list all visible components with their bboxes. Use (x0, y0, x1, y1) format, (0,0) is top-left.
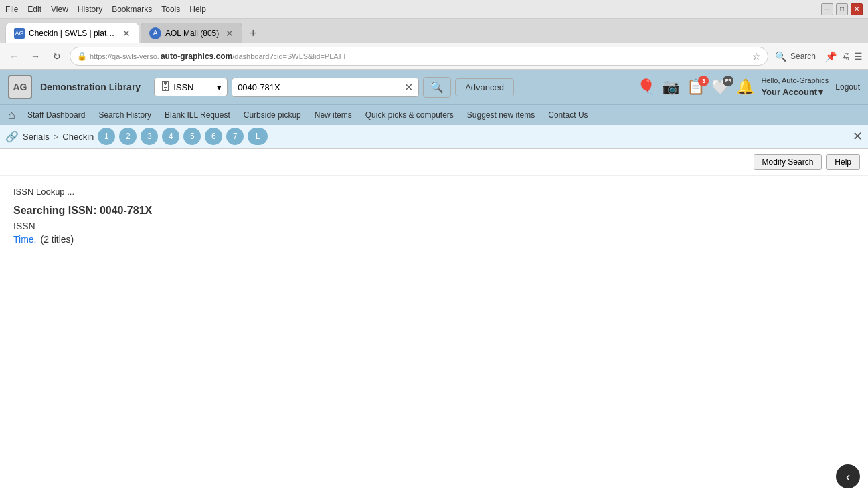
close-button[interactable]: ✕ (851, 3, 863, 15)
back-arrow-button[interactable]: ‹ (836, 464, 860, 488)
search-type-dropdown[interactable]: 🗄 ISSN ▾ (154, 78, 228, 96)
breadcrumb-serials[interactable]: Serials (23, 132, 50, 142)
result-type-label: ISSN (13, 221, 855, 231)
bell-icon-wrapper: 🔔 (736, 78, 754, 96)
page-button-1[interactable]: 1 (98, 128, 115, 145)
menu-help[interactable]: Help (189, 5, 206, 14)
search-input[interactable] (238, 82, 402, 92)
header-icons: 🎈 📷 📋 3 🤍 F9 🔔 Hello, Auto-Graphics Your… (637, 76, 860, 98)
close-panel-button[interactable]: ✕ (853, 129, 863, 144)
window-controls[interactable]: ─ □ ✕ (821, 3, 863, 15)
url-prefix: https://qa-swls-verso. (90, 52, 159, 60)
reload-button[interactable]: ↻ (48, 47, 66, 65)
dropdown-chevron-icon: ▾ (217, 82, 222, 92)
bookmark-star-icon[interactable]: ☆ (752, 51, 761, 62)
tab-checkin[interactable]: AG Checkin | SWLS | platt | Auto-Gr... ✕ (5, 23, 139, 43)
url-domain: auto-graphics.com (161, 52, 232, 61)
search-field-placeholder: Search (790, 52, 816, 61)
security-icon: 🔒 (77, 52, 87, 61)
logout-button[interactable]: Logout (835, 82, 860, 92)
new-tab-button[interactable]: + (244, 24, 262, 43)
nav-search-history[interactable]: Search History (92, 108, 158, 122)
menu-icon[interactable]: ☰ (854, 51, 863, 62)
url-path: /dashboard?cid=SWLS&lid=PLATT (232, 52, 347, 60)
nav-curbside[interactable]: Curbside pickup (237, 108, 308, 122)
breadcrumb-checkin[interactable]: Checkin (62, 132, 94, 142)
account-label: Your Account (761, 86, 817, 98)
minimize-button[interactable]: ─ (821, 3, 833, 15)
nav-contact[interactable]: Contact Us (541, 108, 594, 122)
search-bar: 🗄 ISSN ▾ ✕ 🔍 Advanced (154, 77, 629, 98)
clear-search-button[interactable]: ✕ (404, 81, 413, 94)
tab-aolmail[interactable]: A AOL Mail (805) ✕ (141, 23, 242, 43)
maximize-button[interactable]: □ (836, 3, 848, 15)
camera-icon-wrapper: 📷 (662, 78, 680, 96)
camera-icon[interactable]: 📷 (662, 78, 680, 95)
lookup-status: ISSN Lookup ... (13, 187, 855, 197)
menu-view[interactable]: View (51, 5, 68, 14)
modify-search-button[interactable]: Modify Search (754, 154, 822, 170)
search-type-label: ISSN (173, 82, 193, 92)
menu-tools[interactable]: Tools (161, 5, 180, 14)
nav-bar: ⌂ Staff Dashboard Search History Blank I… (0, 104, 868, 125)
menu-edit[interactable]: Edit (27, 5, 41, 14)
page-button-5[interactable]: 5 (183, 128, 201, 145)
user-area: Hello, Auto-Graphics Your Account ▾ (761, 76, 829, 98)
page-button-l[interactable]: L (248, 128, 268, 145)
menu-bookmarks[interactable]: Bookmarks (112, 5, 152, 14)
result-link[interactable]: Time. (13, 234, 36, 245)
menu-history[interactable]: History (78, 5, 102, 14)
advanced-button[interactable]: Advanced (455, 78, 514, 96)
list-badge: 3 (698, 76, 709, 86)
list-icon-wrapper: 📋 3 (687, 78, 705, 96)
tab-label-checkin: Checkin | SWLS | platt | Auto-Gr... (29, 29, 116, 38)
tab-close-aolmail[interactable]: ✕ (226, 28, 234, 39)
page-button-4[interactable]: 4 (162, 128, 179, 145)
nav-staff-dashboard[interactable]: Staff Dashboard (21, 108, 92, 122)
heart-icon-wrapper: 🤍 F9 (711, 78, 729, 96)
result-count: (2 titles) (40, 234, 74, 245)
menu-file[interactable]: File (5, 5, 18, 14)
forward-nav-button[interactable]: → (27, 47, 44, 65)
search-field-icon[interactable]: 🔍 (775, 51, 786, 62)
breadcrumb-row: 🔗 Serials > Checkin 1 2 3 4 5 6 7 L ✕ (0, 125, 868, 149)
browser-titlebar: File Edit View History Bookmarks Tools H… (0, 0, 868, 19)
nav-quick-picks[interactable]: Quick picks & computers (359, 108, 460, 122)
search-button[interactable]: 🔍 (423, 77, 451, 98)
tab-icon-aolmail: A (149, 27, 161, 39)
page-button-6[interactable]: 6 (205, 128, 222, 145)
page-button-7[interactable]: 7 (226, 128, 244, 145)
tab-bar: AG Checkin | SWLS | platt | Auto-Gr... ✕… (0, 19, 868, 43)
home-button[interactable]: ⌂ (8, 108, 15, 122)
back-nav-button[interactable]: ← (5, 47, 23, 65)
nav-new-items[interactable]: New items (308, 108, 359, 122)
db-icon: 🗄 (160, 81, 171, 93)
print-icon[interactable]: 🖨 (841, 51, 850, 62)
app-header: AG Demonstration Library 🗄 ISSN ▾ ✕ 🔍 Ad… (0, 70, 868, 104)
tab-label-aolmail: AOL Mail (805) (165, 29, 219, 38)
url-bar[interactable]: 🔒 https://qa-swls-verso. auto-graphics.c… (70, 47, 768, 66)
account-chevron-icon: ▾ (818, 86, 823, 98)
page-button-3[interactable]: 3 (141, 128, 158, 145)
breadcrumb-icon: 🔗 (5, 130, 19, 143)
tab-icon-checkin: AG (14, 28, 25, 39)
pocket-icon[interactable]: 📌 (825, 51, 837, 62)
search-heading: Searching ISSN: 0040-781X (13, 205, 855, 217)
hello-text: Hello, Auto-Graphics (761, 76, 829, 86)
bell-icon[interactable]: 🔔 (736, 78, 754, 95)
result-row: Time. (2 titles) (13, 234, 855, 245)
breadcrumb-separator: > (54, 132, 59, 142)
library-name: Demonstration Library (40, 82, 141, 92)
f9-badge: F9 (723, 76, 733, 86)
toolbar-row: Modify Search Help (0, 149, 868, 176)
nav-blank-ill[interactable]: Blank ILL Request (158, 108, 237, 122)
nav-suggest[interactable]: Suggest new items (460, 108, 541, 122)
balloon-icon[interactable]: 🎈 (637, 78, 655, 95)
help-button[interactable]: Help (826, 154, 860, 170)
content-area: ISSN Lookup ... Searching ISSN: 0040-781… (0, 176, 868, 493)
address-bar: ← → ↻ 🔒 https://qa-swls-verso. auto-grap… (0, 43, 868, 70)
page-button-2[interactable]: 2 (119, 128, 137, 145)
browser-menu[interactable]: File Edit View History Bookmarks Tools H… (5, 5, 206, 14)
account-dropdown[interactable]: Your Account ▾ (761, 86, 829, 98)
tab-close-checkin[interactable]: ✕ (122, 28, 131, 39)
